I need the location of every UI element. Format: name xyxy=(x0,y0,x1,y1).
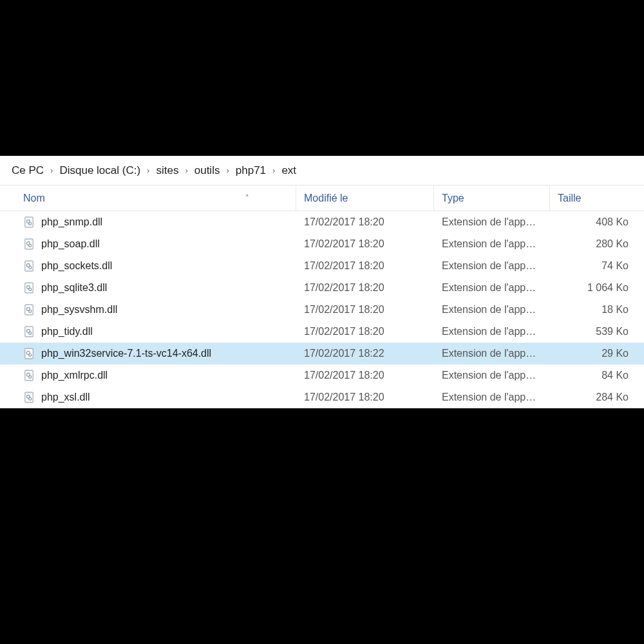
file-size-cell: 74 Ko xyxy=(550,260,644,272)
file-modified-cell: 17/02/2017 18:20 xyxy=(296,304,434,316)
file-name: php_tidy.dll xyxy=(41,326,93,337)
column-header-modified[interactable]: Modifié le xyxy=(296,185,434,211)
file-size-cell: 84 Ko xyxy=(550,370,644,381)
file-name-cell: php_sysvshm.dll xyxy=(0,304,296,316)
file-row[interactable]: php_win32service-7.1-ts-vc14-x64.dll 17/… xyxy=(0,343,644,365)
chevron-right-icon: › xyxy=(144,166,152,175)
file-name-cell: php_snmp.dll xyxy=(0,216,296,228)
svg-rect-9 xyxy=(25,283,33,293)
file-size-cell: 280 Ko xyxy=(550,238,644,250)
file-type-cell: Extension de l'app… xyxy=(434,282,550,294)
columns-header: Nom ˄ Modifié le Type Taille xyxy=(0,185,644,211)
file-name: php_soap.dll xyxy=(41,238,100,250)
sort-ascending-icon: ˄ xyxy=(245,194,288,202)
chevron-right-icon: › xyxy=(182,166,190,175)
file-row[interactable]: php_sysvshm.dll 17/02/2017 18:20 Extensi… xyxy=(0,299,644,321)
file-size-cell: 284 Ko xyxy=(550,392,644,403)
column-header-size[interactable]: Taille xyxy=(550,185,644,211)
file-modified-cell: 17/02/2017 18:20 xyxy=(296,238,434,250)
file-name: php_xmlrpc.dll xyxy=(41,370,108,381)
dll-file-icon xyxy=(23,260,35,272)
file-row[interactable]: php_snmp.dll 17/02/2017 18:20 Extension … xyxy=(0,211,644,233)
file-modified-cell: 17/02/2017 18:20 xyxy=(296,282,434,294)
file-type-cell: Extension de l'app… xyxy=(434,260,550,272)
file-type-cell: Extension de l'app… xyxy=(434,348,550,359)
breadcrumb[interactable]: Ce PC › Disque local (C:) › sites › outi… xyxy=(0,156,644,185)
file-modified-cell: 17/02/2017 18:20 xyxy=(296,370,434,381)
file-size-cell: 1 064 Ko xyxy=(550,282,644,294)
file-size-cell: 408 Ko xyxy=(550,216,644,228)
file-type-cell: Extension de l'app… xyxy=(434,216,550,228)
file-modified-cell: 17/02/2017 18:20 xyxy=(296,260,434,272)
chevron-right-icon: › xyxy=(223,166,231,175)
breadcrumb-item[interactable]: sites xyxy=(152,162,182,180)
column-label: Modifié le xyxy=(304,193,348,204)
file-type-cell: Extension de l'app… xyxy=(434,238,550,250)
dll-file-icon xyxy=(23,216,35,228)
dll-file-icon xyxy=(23,282,35,294)
file-row[interactable]: php_xmlrpc.dll 17/02/2017 18:20 Extensio… xyxy=(0,365,644,386)
column-header-name[interactable]: Nom ˄ xyxy=(0,185,296,211)
file-name: php_snmp.dll xyxy=(41,216,102,228)
dll-file-icon xyxy=(23,238,35,250)
svg-rect-12 xyxy=(25,305,33,315)
svg-rect-21 xyxy=(25,370,33,381)
explorer-window: Ce PC › Disque local (C:) › sites › outi… xyxy=(0,156,644,408)
file-type-cell: Extension de l'app… xyxy=(434,392,550,403)
file-row[interactable]: php_soap.dll 17/02/2017 18:20 Extension … xyxy=(0,233,644,255)
svg-rect-0 xyxy=(25,217,33,227)
svg-rect-15 xyxy=(25,327,33,337)
file-name-cell: php_tidy.dll xyxy=(0,326,296,337)
file-name-cell: php_sqlite3.dll xyxy=(0,282,296,294)
file-size-cell: 29 Ko xyxy=(550,348,644,359)
svg-rect-18 xyxy=(25,348,33,359)
file-name-cell: php_sockets.dll xyxy=(0,260,296,272)
file-row[interactable]: php_sockets.dll 17/02/2017 18:20 Extensi… xyxy=(0,255,644,277)
breadcrumb-item[interactable]: php71 xyxy=(232,162,270,180)
file-modified-cell: 17/02/2017 18:20 xyxy=(296,392,434,403)
svg-rect-6 xyxy=(25,261,33,271)
dll-file-icon xyxy=(23,392,35,403)
dll-file-icon xyxy=(23,304,35,316)
file-modified-cell: 17/02/2017 18:20 xyxy=(296,216,434,228)
file-row[interactable]: php_sqlite3.dll 17/02/2017 18:20 Extensi… xyxy=(0,277,644,299)
file-modified-cell: 17/02/2017 18:20 xyxy=(296,326,434,337)
chevron-right-icon: › xyxy=(48,166,55,175)
column-label: Nom xyxy=(23,193,45,204)
file-type-cell: Extension de l'app… xyxy=(434,326,550,337)
column-label: Taille xyxy=(558,193,581,204)
file-type-cell: Extension de l'app… xyxy=(434,304,550,316)
dll-file-icon xyxy=(23,326,35,337)
svg-rect-24 xyxy=(25,392,33,402)
file-modified-cell: 17/02/2017 18:22 xyxy=(296,348,434,359)
file-list: php_snmp.dll 17/02/2017 18:20 Extension … xyxy=(0,211,644,408)
file-name: php_sockets.dll xyxy=(41,260,112,272)
file-name: php_sysvshm.dll xyxy=(41,304,117,316)
breadcrumb-item[interactable]: outils xyxy=(191,162,224,180)
column-label: Type xyxy=(442,193,464,204)
file-row[interactable]: php_xsl.dll 17/02/2017 18:20 Extension d… xyxy=(0,386,644,408)
file-name: php_xsl.dll xyxy=(41,392,90,403)
file-name-cell: php_soap.dll xyxy=(0,238,296,250)
file-row[interactable]: php_tidy.dll 17/02/2017 18:20 Extension … xyxy=(0,321,644,343)
breadcrumb-item[interactable]: ext xyxy=(278,162,300,180)
breadcrumb-item[interactable]: Disque local (C:) xyxy=(55,162,144,180)
svg-rect-3 xyxy=(25,239,33,249)
file-name: php_sqlite3.dll xyxy=(41,282,107,294)
column-header-type[interactable]: Type xyxy=(434,185,550,211)
dll-file-icon xyxy=(23,348,35,359)
file-name-cell: php_xsl.dll xyxy=(0,392,296,403)
breadcrumb-item[interactable]: Ce PC xyxy=(8,162,48,180)
file-size-cell: 539 Ko xyxy=(550,326,644,337)
file-name-cell: php_win32service-7.1-ts-vc14-x64.dll xyxy=(0,348,296,359)
file-name: php_win32service-7.1-ts-vc14-x64.dll xyxy=(41,348,211,359)
file-type-cell: Extension de l'app… xyxy=(434,370,550,381)
file-size-cell: 18 Ko xyxy=(550,304,644,316)
chevron-right-icon: › xyxy=(270,166,278,175)
dll-file-icon xyxy=(23,370,35,381)
file-name-cell: php_xmlrpc.dll xyxy=(0,370,296,381)
